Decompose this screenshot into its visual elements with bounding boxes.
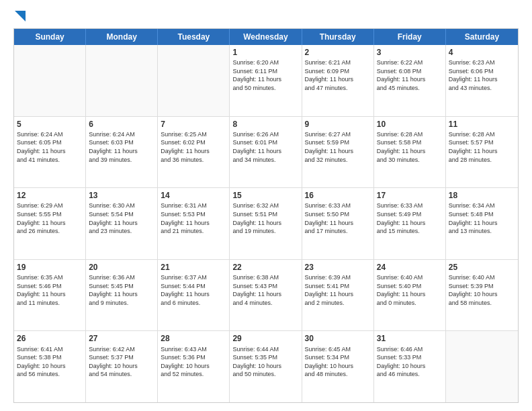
header-day-tuesday: Tuesday	[158, 29, 230, 45]
day-number: 16	[305, 190, 371, 201]
day-cell-29: 29Sunrise: 6:44 AMSunset: 5:35 PMDayligh…	[230, 331, 302, 402]
day-cell-6: 6Sunrise: 6:24 AMSunset: 6:03 PMDaylight…	[86, 117, 158, 188]
header-day-sunday: Sunday	[14, 29, 86, 45]
day-cell-28: 28Sunrise: 6:43 AMSunset: 5:36 PMDayligh…	[158, 331, 230, 402]
day-number: 30	[305, 333, 371, 344]
day-info: Sunrise: 6:30 AMSunset: 5:54 PMDaylight:…	[89, 201, 154, 235]
day-cell-20: 20Sunrise: 6:36 AMSunset: 5:45 PMDayligh…	[86, 260, 158, 331]
day-number: 9	[305, 119, 371, 130]
header-day-monday: Monday	[86, 29, 158, 45]
day-info: Sunrise: 6:28 AMSunset: 5:58 PMDaylight:…	[377, 130, 443, 164]
day-info: Sunrise: 6:33 AMSunset: 5:49 PMDaylight:…	[377, 201, 443, 235]
day-cell-10: 10Sunrise: 6:28 AMSunset: 5:58 PMDayligh…	[374, 117, 446, 188]
day-cell-25: 25Sunrise: 6:40 AMSunset: 5:39 PMDayligh…	[446, 260, 518, 331]
day-number: 29	[232, 333, 298, 344]
logo	[13, 11, 26, 21]
day-number: 15	[232, 190, 298, 201]
week-row-1: 1Sunrise: 6:20 AMSunset: 6:11 PMDaylight…	[14, 45, 518, 117]
header-day-friday: Friday	[374, 29, 446, 45]
day-cell-31: 31Sunrise: 6:46 AMSunset: 5:33 PMDayligh…	[374, 331, 446, 402]
day-number: 22	[232, 262, 298, 273]
calendar-body: 1Sunrise: 6:20 AMSunset: 6:11 PMDaylight…	[14, 45, 518, 402]
day-cell-17: 17Sunrise: 6:33 AMSunset: 5:49 PMDayligh…	[374, 188, 446, 259]
day-cell-18: 18Sunrise: 6:34 AMSunset: 5:48 PMDayligh…	[446, 188, 518, 259]
day-info: Sunrise: 6:39 AMSunset: 5:41 PMDaylight:…	[305, 273, 371, 307]
day-number: 19	[17, 262, 83, 273]
day-number: 1	[232, 47, 298, 58]
day-cell-5: 5Sunrise: 6:24 AMSunset: 6:05 PMDaylight…	[14, 117, 86, 188]
empty-cell	[86, 45, 158, 116]
day-number: 14	[161, 190, 226, 201]
day-info: Sunrise: 6:27 AMSunset: 5:59 PMDaylight:…	[305, 130, 371, 164]
day-info: Sunrise: 6:40 AMSunset: 5:39 PMDaylight:…	[449, 273, 515, 307]
day-info: Sunrise: 6:24 AMSunset: 6:03 PMDaylight:…	[89, 130, 154, 164]
day-number: 20	[89, 262, 154, 273]
header-day-thursday: Thursday	[302, 29, 374, 45]
calendar: SundayMondayTuesdayWednesdayThursdayFrid…	[13, 28, 519, 403]
header	[13, 11, 519, 21]
day-cell-8: 8Sunrise: 6:26 AMSunset: 6:01 PMDaylight…	[230, 117, 302, 188]
day-number: 28	[161, 333, 226, 344]
day-cell-23: 23Sunrise: 6:39 AMSunset: 5:41 PMDayligh…	[302, 260, 374, 331]
day-info: Sunrise: 6:23 AMSunset: 6:06 PMDaylight:…	[449, 58, 515, 92]
day-number: 26	[17, 333, 83, 344]
day-info: Sunrise: 6:44 AMSunset: 5:35 PMDaylight:…	[232, 345, 298, 379]
day-info: Sunrise: 6:24 AMSunset: 6:05 PMDaylight:…	[17, 130, 83, 164]
day-cell-24: 24Sunrise: 6:40 AMSunset: 5:40 PMDayligh…	[374, 260, 446, 331]
day-info: Sunrise: 6:35 AMSunset: 5:46 PMDaylight:…	[17, 273, 83, 307]
day-cell-22: 22Sunrise: 6:38 AMSunset: 5:43 PMDayligh…	[230, 260, 302, 331]
day-info: Sunrise: 6:33 AMSunset: 5:50 PMDaylight:…	[305, 201, 371, 235]
day-info: Sunrise: 6:26 AMSunset: 6:01 PMDaylight:…	[232, 130, 298, 164]
week-row-4: 19Sunrise: 6:35 AMSunset: 5:46 PMDayligh…	[14, 260, 518, 332]
day-number: 31	[377, 333, 443, 344]
header-day-wednesday: Wednesday	[230, 29, 302, 45]
day-number: 23	[305, 262, 371, 273]
day-info: Sunrise: 6:25 AMSunset: 6:02 PMDaylight:…	[161, 130, 226, 164]
day-cell-16: 16Sunrise: 6:33 AMSunset: 5:50 PMDayligh…	[302, 188, 374, 259]
day-cell-3: 3Sunrise: 6:22 AMSunset: 6:08 PMDaylight…	[374, 45, 446, 116]
day-number: 12	[17, 190, 83, 201]
day-cell-21: 21Sunrise: 6:37 AMSunset: 5:44 PMDayligh…	[158, 260, 230, 331]
day-info: Sunrise: 6:42 AMSunset: 5:37 PMDaylight:…	[89, 345, 154, 379]
day-info: Sunrise: 6:28 AMSunset: 5:57 PMDaylight:…	[449, 130, 515, 164]
day-info: Sunrise: 6:31 AMSunset: 5:53 PMDaylight:…	[161, 201, 226, 235]
logo-icon	[15, 11, 26, 21]
day-cell-7: 7Sunrise: 6:25 AMSunset: 6:02 PMDaylight…	[158, 117, 230, 188]
day-info: Sunrise: 6:36 AMSunset: 5:45 PMDaylight:…	[89, 273, 154, 307]
empty-cell	[14, 45, 86, 116]
day-cell-12: 12Sunrise: 6:29 AMSunset: 5:55 PMDayligh…	[14, 188, 86, 259]
day-cell-14: 14Sunrise: 6:31 AMSunset: 5:53 PMDayligh…	[158, 188, 230, 259]
day-number: 4	[449, 47, 515, 58]
day-info: Sunrise: 6:41 AMSunset: 5:38 PMDaylight:…	[17, 345, 83, 379]
day-cell-30: 30Sunrise: 6:45 AMSunset: 5:34 PMDayligh…	[302, 331, 374, 402]
day-cell-15: 15Sunrise: 6:32 AMSunset: 5:51 PMDayligh…	[230, 188, 302, 259]
week-row-3: 12Sunrise: 6:29 AMSunset: 5:55 PMDayligh…	[14, 188, 518, 260]
day-info: Sunrise: 6:32 AMSunset: 5:51 PMDaylight:…	[232, 201, 298, 235]
svg-marker-0	[15, 11, 26, 21]
day-cell-13: 13Sunrise: 6:30 AMSunset: 5:54 PMDayligh…	[86, 188, 158, 259]
day-cell-19: 19Sunrise: 6:35 AMSunset: 5:46 PMDayligh…	[14, 260, 86, 331]
day-number: 7	[161, 119, 226, 130]
day-info: Sunrise: 6:46 AMSunset: 5:33 PMDaylight:…	[377, 345, 443, 379]
day-cell-2: 2Sunrise: 6:21 AMSunset: 6:09 PMDaylight…	[302, 45, 374, 116]
day-info: Sunrise: 6:45 AMSunset: 5:34 PMDaylight:…	[305, 345, 371, 379]
day-number: 18	[449, 190, 515, 201]
day-number: 13	[89, 190, 154, 201]
day-cell-9: 9Sunrise: 6:27 AMSunset: 5:59 PMDaylight…	[302, 117, 374, 188]
day-info: Sunrise: 6:40 AMSunset: 5:40 PMDaylight:…	[377, 273, 443, 307]
page: SundayMondayTuesdayWednesdayThursdayFrid…	[0, 0, 532, 411]
day-info: Sunrise: 6:22 AMSunset: 6:08 PMDaylight:…	[377, 58, 443, 92]
day-number: 11	[449, 119, 515, 130]
week-row-2: 5Sunrise: 6:24 AMSunset: 6:05 PMDaylight…	[14, 117, 518, 189]
day-number: 5	[17, 119, 83, 130]
day-number: 2	[305, 47, 371, 58]
day-info: Sunrise: 6:29 AMSunset: 5:55 PMDaylight:…	[17, 201, 83, 235]
day-number: 10	[377, 119, 443, 130]
day-info: Sunrise: 6:38 AMSunset: 5:43 PMDaylight:…	[232, 273, 298, 307]
day-info: Sunrise: 6:43 AMSunset: 5:36 PMDaylight:…	[161, 345, 226, 379]
day-cell-1: 1Sunrise: 6:20 AMSunset: 6:11 PMDaylight…	[230, 45, 302, 116]
day-number: 24	[377, 262, 443, 273]
day-cell-26: 26Sunrise: 6:41 AMSunset: 5:38 PMDayligh…	[14, 331, 86, 402]
empty-cell	[446, 331, 518, 402]
day-info: Sunrise: 6:21 AMSunset: 6:09 PMDaylight:…	[305, 58, 371, 92]
